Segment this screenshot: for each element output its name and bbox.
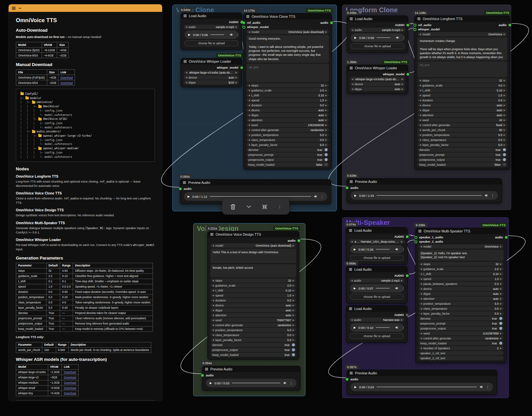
model-widget[interactable]: ◀modelOmniVoice (auto download)▶ — [246, 30, 329, 34]
node-header[interactable]: Preview Audio — [347, 179, 502, 185]
decrement-arrow[interactable]: ◀ — [351, 319, 353, 321]
decrement-arrow[interactable]: ◀ — [420, 278, 422, 280]
toggle-knob[interactable] — [292, 343, 295, 346]
speaker_2_ref_text-widget[interactable]: speaker_2_ref_text — [418, 356, 504, 360]
attention-widget[interactable]: ◀attentionauto▶ — [417, 113, 507, 117]
toggle-knob[interactable] — [503, 163, 506, 166]
position_temperature-widget[interactable]: ◀position_temperature5.0▶ — [246, 133, 329, 137]
increment-arrow[interactable]: ▶ — [293, 284, 294, 287]
player-menu-icon[interactable]: ⋮ — [236, 33, 239, 37]
decrement-arrow[interactable]: ◀ — [420, 263, 422, 265]
decrement-arrow[interactable]: ◀ — [351, 279, 353, 282]
increment-arrow[interactable]: ▶ — [500, 283, 502, 285]
volume-icon[interactable] — [314, 194, 318, 198]
node-menu-icon[interactable] — [349, 308, 352, 309]
decrement-arrow[interactable]: ◀ — [248, 139, 250, 141]
increment-arrow[interactable]: ▶ — [500, 288, 502, 290]
preprocess_prompt-toggle[interactable]: preprocess_prompttrue — [418, 321, 504, 326]
increment-arrow[interactable]: ▶ — [325, 104, 327, 107]
node-header[interactable]: OmniVoice Whisper Loader — [181, 58, 242, 64]
guidance_scale-widget[interactable]: ◀guidance_scale2.0▶ — [210, 283, 296, 288]
device-widget[interactable]: ◀deviceauto▶ — [418, 287, 504, 291]
position_temperature-widget[interactable]: ◀position_temperature5.0▶ — [417, 133, 507, 137]
steps-widget[interactable]: ◀steps32▶ — [210, 278, 296, 283]
node-menu-icon[interactable] — [184, 16, 187, 16]
increment-arrow[interactable]: ▶ — [325, 94, 327, 97]
audio-widget[interactable]: ◀audiosample-4.mp3▶ — [184, 25, 239, 29]
input-port-audio[interactable] — [201, 374, 204, 377]
ms-preview[interactable]: 0.057sPreview Audioaudio▶0:00 / 0:03⋮ — [347, 370, 497, 395]
volume-icon[interactable] — [395, 247, 399, 251]
seek-bar[interactable] — [376, 37, 390, 38]
decrement-arrow[interactable]: ◀ — [419, 104, 421, 107]
vc-load-audio[interactable]: 0.040sLoad AudioAUDIO◀audiosample-4.mp3▶… — [181, 13, 242, 50]
increment-arrow[interactable]: ▶ — [500, 273, 502, 275]
decrement-arrow[interactable]: ◀ — [248, 31, 250, 33]
keep_model_loaded-toggle[interactable]: keep_model_loadedfalse — [246, 162, 329, 167]
guidance_scale-widget[interactable]: ◀guidance_scale2.0▶ — [418, 267, 504, 271]
player-menu-icon[interactable]: ⋮ — [491, 194, 494, 197]
output-port-audio[interactable] — [505, 236, 508, 239]
ref-text-input[interactable]: ref_text — [417, 61, 507, 77]
layer_penalty_factor-widget[interactable]: ◀layer_penalty_factor5.0▶ — [210, 338, 296, 342]
guidance_scale-widget[interactable]: ◀guidance_scale2.0▶ — [246, 88, 329, 92]
control after generate-widget[interactable]: ◀control after generaterandomize▶ — [246, 128, 329, 132]
player-menu-icon[interactable]: ⋮ — [486, 385, 489, 389]
output-port-audio[interactable] — [330, 21, 333, 24]
increment-arrow[interactable]: ▶ — [504, 124, 505, 126]
increment-arrow[interactable]: ▶ — [325, 99, 327, 102]
speed-widget[interactable]: ◀speed1.0▶ — [417, 93, 507, 97]
increment-arrow[interactable]: ▶ — [504, 119, 505, 121]
increment-arrow[interactable]: ▶ — [504, 99, 505, 102]
device-widget[interactable]: ◀deviceauto▶ — [246, 108, 329, 112]
increment-arrow[interactable]: ▶ — [504, 144, 505, 146]
audio-player[interactable]: ▶0:00 / 0:06⋮ — [185, 30, 238, 39]
steps-widget[interactable]: ◀steps32▶ — [417, 78, 507, 83]
node-menu-icon[interactable] — [183, 182, 186, 183]
increment-arrow[interactable]: ▶ — [500, 307, 502, 310]
increment-arrow[interactable]: ▶ — [504, 139, 505, 141]
node-header[interactable]: OmniVoice Voice Clone TTS — [244, 14, 332, 19]
increment-arrow[interactable]: ▶ — [504, 104, 505, 107]
layer_penalty_factor-widget[interactable]: ◀layer_penalty_factor5.0▶ — [417, 143, 507, 147]
control after generate-widget[interactable]: ◀control after generaterandomize▶ — [210, 323, 296, 327]
seek-bar[interactable] — [376, 249, 390, 250]
output-port-AUDIO[interactable] — [407, 24, 409, 26]
decrement-arrow[interactable]: ◀ — [212, 284, 214, 287]
speed-widget[interactable]: ◀speed1.0▶ — [418, 277, 504, 281]
decrement-arrow[interactable]: ◀ — [420, 337, 422, 340]
decrement-arrow[interactable]: ◀ — [186, 81, 187, 84]
node-header[interactable]: OmniVoice Whisper Loader — [347, 65, 408, 71]
vc-whisper-loader[interactable]: OmniVoice-TTSOmniVoice Whisper Loaderwhi… — [181, 58, 242, 87]
seek-bar[interactable] — [210, 196, 311, 197]
increment-arrow[interactable]: ▶ — [500, 302, 502, 305]
increment-arrow[interactable]: ▶ — [402, 83, 403, 86]
steps-widget[interactable]: ◀steps32▶ — [418, 262, 504, 266]
toggle-knob[interactable] — [503, 148, 506, 151]
duration-widget[interactable]: ◀duration0.0▶ — [246, 103, 329, 107]
class_temperature-widget[interactable]: ◀class_temperature0.0▶ — [417, 138, 507, 142]
volume-icon[interactable] — [395, 326, 399, 329]
decrement-arrow[interactable]: ◀ — [212, 329, 214, 331]
player-menu-icon[interactable]: ⋮ — [402, 287, 405, 290]
duration-widget[interactable]: ◀duration0.0▶ — [417, 98, 507, 102]
output-port-AUDIO[interactable] — [406, 235, 408, 238]
decrement-arrow[interactable]: ◀ — [420, 312, 422, 315]
decrement-arrow[interactable]: ◀ — [420, 332, 422, 335]
seed-widget[interactable]: ◀seed1063256030▶ — [246, 123, 329, 127]
dtype-widget[interactable]: ◀dtypefp16▶ — [184, 80, 239, 85]
decrement-arrow[interactable]: ◀ — [420, 283, 422, 285]
increment-arrow[interactable]: ▶ — [293, 289, 294, 292]
decrement-arrow[interactable]: ◀ — [248, 124, 250, 126]
node-header[interactable]: Load Audio — [347, 16, 408, 22]
seek-bar[interactable] — [376, 387, 477, 387]
vd-tts[interactable]: 4.221sOmniVoice-TTSOmniVoice Voice Desig… — [207, 231, 299, 360]
node-header[interactable]: OmniVoice Voice Design TTS — [208, 231, 299, 237]
increment-arrow[interactable]: ▶ — [500, 278, 502, 280]
decrement-arrow[interactable]: ◀ — [248, 99, 250, 102]
toggle-knob[interactable] — [503, 158, 506, 161]
model-widget[interactable]: ◀modelOmniVoice▶ — [418, 244, 504, 249]
duration-widget[interactable]: ◀duration0.0▶ — [210, 298, 296, 302]
increment-arrow[interactable]: ▶ — [402, 78, 403, 81]
increment-arrow[interactable]: ▶ — [325, 89, 327, 92]
